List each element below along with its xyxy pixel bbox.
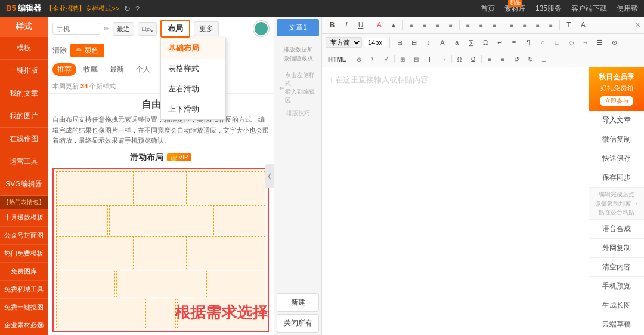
style-button[interactable]: □式 [138,22,157,36]
tb-btn-3[interactable]: ↕ [422,36,435,49]
sidebar-tab-header[interactable]: 样式 [0,17,48,37]
grid-btn[interactable]: ⊞ [397,53,408,65]
tb-btn-15[interactable]: ☰ [593,36,606,49]
format-btn-2[interactable]: ≡ [519,19,531,31]
font-color-button[interactable]: A [373,19,386,32]
close-editor-button[interactable]: × [635,20,640,30]
format-btn-3[interactable]: ≡ [532,19,544,31]
highlight-button[interactable]: ▲ [387,19,400,32]
help-icon[interactable]: ? [135,4,140,13]
action-btn-external-copy[interactable]: 外网复制 [589,239,644,258]
tb-btn-2[interactable]: ⊟ [407,36,420,49]
action-btn-mobile-preview[interactable]: 手机预览 [589,277,644,296]
html-label[interactable]: HTML [326,55,349,63]
outdent-button[interactable]: ≡ [475,19,487,31]
sidebar-hot-4[interactable]: 免费图库 [0,263,48,281]
source-btn[interactable]: ⊙ [353,53,365,65]
tb-btn-7[interactable]: Ω [479,36,492,49]
action-btn-voice[interactable]: 语音合成 [589,220,644,239]
perp-btn[interactable]: ⊥ [538,53,550,65]
tb-btn-13[interactable]: ◇ [565,36,578,49]
more-button[interactable]: 更多 [194,21,219,36]
sidebar-item-template[interactable]: 模板 [0,37,48,60]
nav-materials[interactable]: 素材库 新品 [504,4,526,14]
tb-btn-16[interactable]: ⊙ [608,36,621,49]
promo-btn[interactable]: 立即参与 [600,96,633,106]
indent-button[interactable]: ≡ [462,19,474,31]
font-size-input[interactable] [364,38,386,47]
scroll-hint-arrow[interactable]: ❮ [265,164,274,188]
filter-tab-recommend[interactable]: 推荐 [52,63,76,76]
tb-btn-4[interactable]: A [436,36,449,49]
dropdown-item-table[interactable]: 表格样式 [161,59,225,79]
dropdown-item-lr-slide[interactable]: 左右滑动 [161,79,225,99]
sidebar-hot-7[interactable]: 企业素材必选 [0,316,48,334]
omega-btn1[interactable]: Ω [454,53,466,65]
layout-dropdown-trigger[interactable]: 布局 [160,20,190,38]
tb-btn-10[interactable]: ¶ [522,36,535,49]
omega-btn2[interactable]: Ω [467,53,479,65]
nav-home[interactable]: 首页 [481,4,495,14]
format-btn-1[interactable]: ≡ [506,19,518,31]
dropdown-item-basic[interactable]: 基础布局 [161,38,225,59]
sidebar-hot-2[interactable]: 公众号封面图 [0,227,48,245]
editor-main-area[interactable]: ↑ 在这里直接输入或粘贴内容 [322,67,589,335]
align-justify-button[interactable]: ≡ [445,19,457,31]
nav-download[interactable]: 客户端下载 [571,4,607,14]
sidebar-item-images[interactable]: 我的图片 [0,105,48,128]
sidebar-item-svg[interactable]: SVG编辑器 [0,173,48,196]
search-input[interactable] [52,23,100,35]
slash-btn[interactable]: \ [367,53,379,65]
action-btn-save-sync[interactable]: 保存同步 [589,168,644,188]
sidebar-hot-1[interactable]: 十月爆款模板 [0,209,48,227]
sidebar-item-operations[interactable]: 运营工具 [0,150,48,173]
color-dot[interactable] [253,21,269,36]
tb-btn-12[interactable]: □ [550,36,564,49]
format-btn-4[interactable]: ≡ [545,19,557,31]
recent-button[interactable]: 最近 [113,22,134,36]
align-left-button[interactable]: ≡ [405,19,417,31]
align-btn2[interactable]: ≡ [497,53,509,65]
sidebar-item-onekey[interactable]: 一键排版 [0,60,48,82]
minus-btn[interactable]: ⊟ [410,53,422,65]
nav-help[interactable]: 使用帮 [617,4,638,14]
tb-btn-11[interactable]: ○ [536,36,549,49]
italic-button[interactable]: I [340,19,353,32]
tb-btn-14[interactable]: → [579,36,592,49]
text-alt-button[interactable]: A [577,19,590,32]
import-article-btn[interactable]: 导入文章 [589,111,644,130]
tb-btn-1[interactable]: ⊞ [393,36,406,49]
tb-btn-5[interactable]: a [450,36,463,49]
filter-tab-personal[interactable]: 个人 [131,63,155,76]
text-style-button[interactable]: T [562,19,575,32]
filter-tab-collect[interactable]: 收藏 [79,63,103,76]
align-right-button[interactable]: ≡ [432,19,444,31]
action-btn-clear[interactable]: 清空内容 [589,258,644,277]
sidebar-hot-6[interactable]: 免费一键抠图 [0,299,48,316]
arrow-btn[interactable]: → [438,53,450,65]
color-button[interactable]: ✏ 颜色 [70,44,104,57]
dropdown-item-ud-slide[interactable]: 上下滑动 [161,99,225,119]
action-btn-long-image[interactable]: 生成长图 [589,296,644,315]
promo-banner[interactable]: 秋日会员季 好礼免费领 立即参与 [589,67,644,111]
tb-btn-8[interactable]: ↵ [493,36,506,49]
align-center-button[interactable]: ≡ [419,19,431,31]
list-button[interactable]: ≡ [488,19,500,31]
check-btn[interactable]: √ [380,53,392,65]
action-btn-quick-save[interactable]: 快速保存 [589,149,644,168]
underline-button[interactable]: U [354,19,367,32]
sidebar-hot-3[interactable]: 热门免费模板 [0,245,48,263]
bold-button[interactable]: B [326,19,339,32]
action-btn-wechat-copy[interactable]: 微信复制 [589,130,644,149]
tb-btn-9[interactable]: ≡ [507,36,521,49]
breadcrumb[interactable]: 【企业招聘】专栏模式>> [46,4,119,13]
sidebar-item-articles[interactable]: 我的文章 [0,82,48,105]
filter-tab-latest[interactable]: 最新 [105,63,129,76]
tb-btn-6[interactable]: ∑ [465,36,478,49]
undo-btn[interactable]: ↺ [511,53,523,65]
new-button[interactable]: 新建 [277,293,319,312]
clear-label[interactable]: 清除 [52,45,67,56]
action-btn-cloud-draft[interactable]: 云端草稿 [589,315,644,334]
close-all-button[interactable]: 关闭所有 [277,314,319,333]
sidebar-item-drawing[interactable]: 在线作图 [0,128,48,150]
